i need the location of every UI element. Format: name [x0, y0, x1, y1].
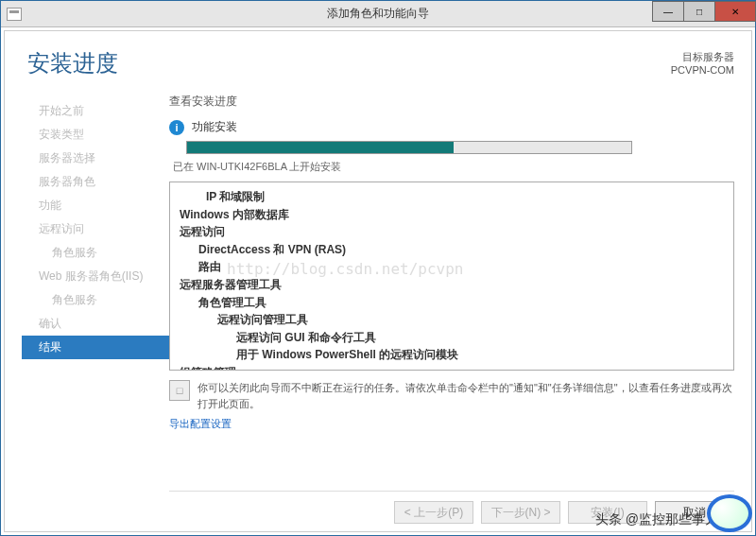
sidebar-item-5: 远程访问 — [22, 217, 169, 241]
tree-item-6: 角色管理工具 — [198, 294, 724, 312]
sidebar-item-8: 角色服务 — [22, 288, 169, 312]
tree-item-10: 组策略管理 — [180, 364, 724, 371]
destination-name: PCVPN-COM — [671, 64, 734, 76]
section-label: 查看安装进度 — [169, 94, 734, 110]
status-row: i 功能安装 — [169, 119, 734, 135]
progress-fill — [187, 142, 454, 153]
install-tree[interactable]: http://blog.csdn.net/pcvpn IP 和域限制Window… — [169, 182, 734, 371]
window-title: 添加角色和功能向导 — [1, 6, 755, 22]
client-area: 安装进度 目标服务器 PCVPN-COM 开始之前安装类型服务器选择服务器角色功… — [4, 30, 752, 532]
sidebar-item-3: 服务器角色 — [22, 170, 169, 194]
tree-item-8: 远程访问 GUI 和命令行工具 — [236, 329, 724, 347]
sidebar: 开始之前安装类型服务器选择服务器角色功能远程访问角色服务Web 服务器角色(II… — [22, 94, 169, 524]
tree-item-0: IP 和域限制 — [206, 188, 724, 206]
info-icon: i — [169, 120, 184, 135]
note-text: 你可以关闭此向导而不中断正在运行的任务。请依次单击命令栏中的"通知"和"任务详细… — [198, 380, 734, 411]
flag-icon: □ — [169, 380, 190, 401]
main-content: 查看安装进度 i 功能安装 已在 WIN-UTKI42F6BLA 上开始安装 h… — [169, 94, 734, 524]
export-settings-link[interactable]: 导出配置设置 — [169, 417, 734, 431]
wizard-window: 添加角色和功能向导 — □ ✕ 安装进度 目标服务器 PCVPN-COM 开始之… — [0, 0, 756, 536]
status-note: 已在 WIN-UTKI42F6BLA 上开始安装 — [173, 160, 734, 174]
tree-item-7: 远程访问管理工具 — [217, 311, 724, 329]
status-text: 功能安装 — [192, 119, 237, 135]
sidebar-item-2: 服务器选择 — [22, 147, 169, 170]
prev-button: < 上一步(P) — [394, 501, 473, 524]
note-row: □ 你可以关闭此向导而不中断正在运行的任务。请依次单击命令栏中的"通知"和"任务… — [169, 380, 734, 411]
sidebar-item-7: Web 服务器角色(IIS) — [22, 265, 169, 288]
tree-item-4: 路由 — [198, 258, 724, 276]
tree-item-5: 远程服务器管理工具 — [180, 276, 724, 294]
overlay-attribution: 头条 @监控那些事儿 — [595, 511, 718, 528]
sidebar-item-9: 确认 — [22, 312, 169, 336]
overlay-logo-icon — [707, 494, 752, 532]
tree-item-2: 远程访问 — [180, 223, 724, 241]
sidebar-item-0: 开始之前 — [22, 99, 169, 123]
sidebar-item-10[interactable]: 结果 — [22, 336, 169, 359]
tree-item-9: 用于 Windows PowerShell 的远程访问模块 — [236, 346, 724, 364]
next-button: 下一步(N) > — [481, 501, 560, 524]
destination-label: 目标服务器 — [671, 50, 734, 64]
tree-item-1: Windows 内部数据库 — [180, 206, 724, 224]
sidebar-item-4: 功能 — [22, 194, 169, 217]
titlebar: 添加角色和功能向导 — □ ✕ — [1, 1, 755, 27]
sidebar-item-1: 安装类型 — [22, 123, 169, 147]
page-title: 安装进度 — [27, 48, 118, 78]
destination-info: 目标服务器 PCVPN-COM — [671, 50, 734, 76]
progress-bar — [186, 141, 632, 154]
sidebar-item-6: 角色服务 — [22, 241, 169, 265]
tree-item-3: DirectAccess 和 VPN (RAS) — [198, 241, 724, 259]
